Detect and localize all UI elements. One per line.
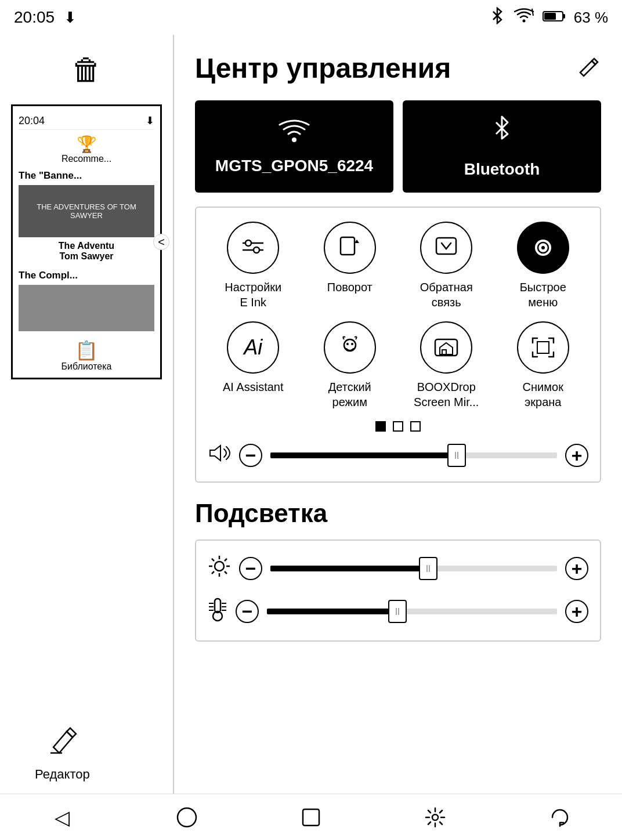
warmth-slider-row: − + — [208, 596, 588, 627]
book-cover-2[interactable] — [19, 285, 154, 331]
svg-point-16 — [344, 339, 356, 351]
nav-refresh-button[interactable] — [543, 800, 577, 835]
status-left: 20:05 ⬇ — [14, 8, 77, 27]
quick-item-rotate[interactable]: Поворот — [305, 222, 396, 310]
quick-item-ai[interactable]: Ai AI Assistant — [208, 321, 299, 410]
volume-track[interactable] — [270, 452, 557, 458]
quick-actions-box: НастройкиE Ink Поворот — [195, 207, 601, 483]
bluetooth-tile-label: Bluetooth — [464, 160, 540, 179]
recommend-section: 🏆 Recomme... — [19, 135, 154, 164]
nav-settings-button[interactable] — [418, 800, 453, 835]
wifi-tile[interactable]: MGTS_GPON5_6224 — [195, 100, 393, 193]
editor-pencil-icon — [45, 723, 79, 763]
svg-point-10 — [254, 247, 259, 253]
status-bar: 20:05 ⬇ 63 % — [0, 0, 622, 35]
book-download-icon: ⬇ — [146, 114, 154, 127]
volume-slider-row: − + — [208, 443, 588, 468]
book-title-1: The AdventuTom Sawyer — [19, 241, 154, 262]
warmth-track[interactable] — [267, 609, 557, 614]
eink-settings-label: НастройкиE Ink — [225, 280, 281, 310]
booxdrop-label: BOOXDropScreen Mir... — [414, 379, 479, 410]
bluetooth-tile[interactable]: Bluetooth — [403, 100, 601, 193]
library-label: Библиотека — [62, 361, 112, 372]
trophy-icon: 🏆 — [77, 135, 97, 154]
svg-line-31 — [212, 571, 214, 574]
svg-point-17 — [346, 343, 349, 345]
status-right: 63 % — [489, 7, 608, 28]
quick-item-eink-settings[interactable]: НастройкиE Ink — [208, 222, 299, 310]
svg-point-6 — [292, 137, 296, 142]
brightness-increase-button[interactable]: + — [565, 557, 588, 580]
nav-back-button[interactable]: ◁ — [45, 800, 79, 835]
booxdrop-icon — [420, 321, 472, 374]
svg-line-30 — [225, 559, 227, 561]
dot-1[interactable] — [375, 421, 386, 432]
editor-label: Редактор — [35, 767, 90, 782]
brightness-decrease-button[interactable]: − — [239, 557, 262, 580]
svg-rect-11 — [341, 237, 355, 255]
svg-rect-20 — [537, 342, 549, 353]
nav-home-button[interactable] — [169, 800, 204, 835]
cc-header: Центр управления — [195, 52, 601, 84]
quick-item-screenshot[interactable]: Снимокэкрана — [498, 321, 589, 410]
quick-menu-icon — [517, 222, 569, 274]
svg-point-46 — [432, 814, 438, 820]
book-cover-1[interactable]: THE ADVENTURES OF TOM SAWYER — [19, 185, 154, 237]
bluetooth-tile-icon — [490, 114, 513, 153]
complete-title: The Compl... — [19, 270, 154, 281]
nav-recent-button[interactable] — [294, 800, 328, 835]
svg-point-18 — [351, 343, 353, 345]
volume-icon — [208, 443, 231, 468]
bluetooth-status-icon — [489, 7, 505, 28]
svg-line-1 — [532, 9, 533, 16]
trash-icon[interactable]: 🗑 — [71, 52, 102, 87]
dot-3[interactable] — [410, 421, 421, 432]
sidebar-collapse-button[interactable]: < — [153, 234, 169, 250]
quick-item-quick-menu[interactable]: Быстроеменю — [498, 222, 589, 310]
wifi-status-icon — [513, 8, 534, 28]
volume-decrease-button[interactable]: − — [239, 444, 262, 467]
quick-item-kids[interactable]: Детскийрежим — [305, 321, 396, 410]
svg-point-23 — [215, 562, 224, 571]
screenshot-icon — [517, 321, 569, 374]
svg-line-29 — [225, 571, 227, 574]
cc-edit-icon[interactable] — [576, 53, 601, 84]
svg-rect-45 — [303, 809, 319, 825]
ai-icon: Ai — [227, 321, 279, 374]
download-icon: ⬇ — [64, 9, 77, 27]
control-center: Центр управления MGTS_GPON5_6224 — [174, 35, 622, 794]
brightness-track[interactable] — [270, 566, 557, 571]
rotate-label: Поворот — [327, 280, 373, 295]
volume-increase-button[interactable]: + — [565, 444, 588, 467]
warmth-decrease-button[interactable]: − — [236, 600, 259, 623]
rotate-icon — [324, 222, 376, 274]
book-panel: 20:04 ⬇ 🏆 Recomme... The "Banne... THE A… — [11, 104, 162, 379]
recommend-label: Recomme... — [62, 154, 111, 164]
status-time: 20:05 — [14, 8, 55, 27]
wifi-tile-label: MGTS_GPON5_6224 — [215, 157, 373, 175]
quick-item-booxdrop[interactable]: BOOXDropScreen Mir... — [401, 321, 492, 410]
svg-rect-3 — [544, 13, 556, 20]
tiles-row: MGTS_GPON5_6224 Bluetooth — [195, 100, 601, 193]
editor-button[interactable]: Редактор — [35, 723, 90, 782]
svg-rect-4 — [563, 14, 565, 19]
banned-book-title: The "Banne... — [19, 170, 154, 182]
svg-point-44 — [178, 808, 196, 827]
warmth-increase-button[interactable]: + — [565, 600, 588, 623]
brightness-icon — [208, 555, 231, 582]
page-dots — [208, 421, 588, 432]
backlight-title: Подсветка — [195, 499, 601, 528]
book-panel-time: 20:04 — [19, 115, 45, 127]
battery-percent: 63 % — [574, 9, 608, 27]
kids-label: Детскийрежим — [328, 379, 371, 410]
dot-2[interactable] — [393, 421, 403, 432]
svg-point-15 — [541, 246, 545, 249]
quick-item-feedback[interactable]: Обратнаясвязь — [401, 222, 492, 310]
svg-line-28 — [212, 559, 214, 561]
backlight-box: − + — [195, 540, 601, 642]
quick-grid: НастройкиE Ink Поворот — [208, 222, 588, 410]
bottom-nav: ◁ — [0, 794, 622, 840]
library-section[interactable]: 📋 Библиотека — [19, 339, 154, 372]
kids-icon — [324, 321, 376, 374]
eink-settings-icon — [227, 222, 279, 274]
